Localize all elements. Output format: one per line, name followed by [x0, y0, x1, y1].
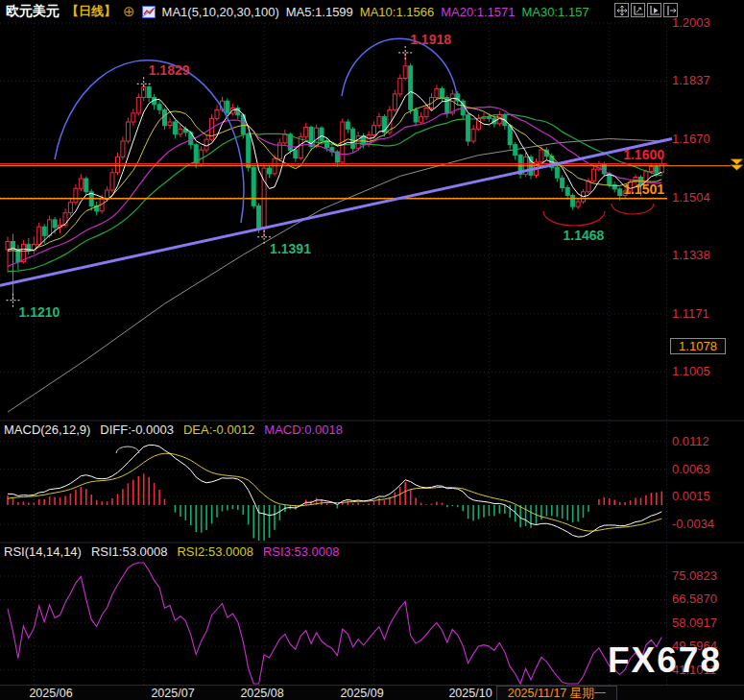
month-label: 2025/08 [240, 687, 283, 700]
shift-right-tool-icon[interactable] [663, 3, 678, 17]
ma10-value: MA10:1.1566 [360, 5, 434, 19]
extreme-price-label: 1.1918 [410, 32, 451, 47]
macd-diff-value: DIFF:-0.0003 [100, 422, 174, 437]
rsi2-value: RSI2:53.0008 [177, 544, 253, 559]
price-marker-icon [731, 159, 743, 165]
month-label: 2025/07 [151, 687, 194, 700]
double-bottom-label: 1.1468 [564, 228, 605, 243]
trading-chart-window: 1.12101.18291.13911.19181.14681.16001.15… [0, 0, 744, 700]
macd-params-label: MACD(26,12,9) [4, 422, 90, 437]
selected-date-label: 2025/11/17 星期一 [496, 686, 617, 700]
extreme-price-label: 1.1210 [19, 304, 60, 320]
rsi-axis-label: 66.5870 [672, 591, 717, 606]
ellipse-annotation[interactable] [612, 204, 654, 214]
hline2-label: 1.1501 [623, 181, 664, 197]
rsi1-value: RSI1:53.0008 [91, 544, 168, 559]
price-marker-icon [731, 165, 743, 171]
axis-play-tool-icon[interactable] [647, 3, 661, 17]
pan-tool-icon[interactable] [614, 3, 629, 17]
hline1-label: 1.1600 [623, 147, 664, 162]
ellipse-annotation[interactable] [543, 211, 605, 226]
macd-axis-label: -0.0034 [672, 517, 714, 531]
axis-zoom-tool-icon[interactable] [631, 3, 645, 17]
macd-axis-label: 0.0112 [672, 434, 709, 448]
price-axis-label: 1.1338 [672, 248, 710, 262]
rsi3-value: RSI3:53.0008 [263, 544, 340, 559]
extreme-price-label: 1.1391 [270, 241, 311, 256]
macd-line [8, 453, 661, 531]
price-axis-label: 1.1837 [672, 73, 710, 87]
macd-ellipse-annotation [116, 447, 139, 453]
rsi-axis-label: 58.0917 [672, 616, 717, 630]
symbol-name: 欧元美元 [6, 3, 60, 20]
macd-header: MACD(26,12,9) DIFF:-0.0003 DEA:-0.0012 M… [4, 422, 343, 437]
watermark: FX678 [608, 640, 722, 681]
macd-macd-value: MACD:0.0018 [264, 422, 343, 437]
ma30-value: MA30:1.157 [522, 5, 589, 19]
price-axis-label: 1.1670 [672, 132, 710, 146]
price-axis-label: 1.1504 [672, 190, 710, 205]
period-label[interactable]: 【日线】 [66, 3, 116, 20]
ma20-value: MA20:1.1571 [441, 5, 515, 19]
rsi-axis-label: 75.0823 [672, 568, 717, 583]
add-circle-icon[interactable]: ⊕ [123, 5, 135, 18]
month-label: 2025/06 [29, 687, 72, 700]
rsi-header: RSI(14,14,14) RSI1:53.0008 RSI2:53.0008 … [4, 544, 339, 559]
ma5-line [8, 91, 661, 250]
chart-canvas[interactable]: 1.12101.18291.13911.19181.14681.16001.15… [0, 0, 744, 700]
price-axis-label: 1.1005 [672, 364, 710, 378]
time-axis[interactable]: 2025/06 2025/07 2025/08 2025/09 2025/10 … [0, 685, 744, 700]
chart-toolbar [614, 3, 678, 17]
price-axis-highlight: 1.1078 [670, 338, 726, 354]
macd-dea-value: DEA:-0.0012 [183, 422, 254, 437]
ma5-value: MA5:1.1599 [286, 5, 353, 19]
chart-type-icon[interactable] [142, 6, 156, 18]
price-axis-label: 1.1171 [672, 306, 709, 321]
month-label: 2025/10 [448, 687, 492, 700]
macd-axis-label: 0.0015 [672, 489, 710, 503]
extreme-price-label: 1.1829 [149, 62, 190, 78]
ma-settings-label: MA1(5,10,20,30,100) [162, 5, 279, 19]
rsi-params-label: RSI(14,14,14) [4, 544, 82, 559]
macd-axis-label: 0.0063 [672, 462, 710, 476]
month-label: 2025/09 [340, 687, 383, 700]
